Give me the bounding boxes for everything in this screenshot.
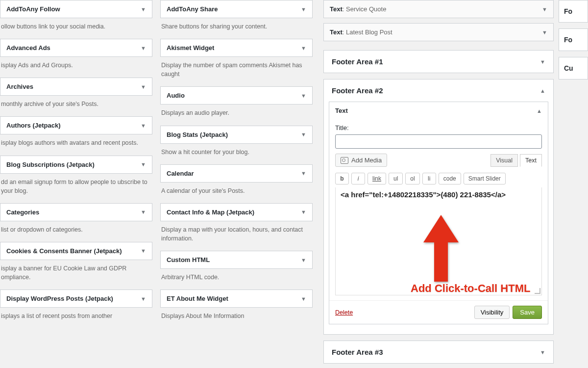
chevron-down-icon: ▼ — [540, 59, 545, 65]
available-widget[interactable]: Akismet Widget ▼ — [160, 39, 313, 57]
widget-title: AddToAny Follow — [6, 5, 60, 13]
widget-title: Custom HTML — [167, 256, 210, 263]
widget-title: Display WordPress Posts (Jetpack) — [6, 295, 113, 302]
available-widget[interactable]: Cookies & Consents Banner (Jetpack) ▼ — [0, 242, 152, 260]
widget-description: isplay Ads and Ad Groups. — [0, 57, 152, 78]
visibility-button[interactable]: Visibility — [474, 306, 510, 319]
chevron-down-icon: ▼ — [301, 209, 306, 215]
toolbar-b-button[interactable]: b — [335, 173, 349, 184]
toolbar-link-button[interactable]: link — [368, 173, 386, 184]
widget-description: isplays a list of recent posts from anot… — [0, 308, 152, 328]
widget-description: Show a hit counter for your blog. — [160, 144, 313, 164]
add-media-button[interactable]: Add Media — [335, 154, 387, 167]
footer-area-2-panel[interactable]: Footer Area #2 ▲ Text ▲ Title: — [323, 79, 554, 335]
widget-title: Contact Info & Map (Jetpack) — [167, 209, 254, 216]
widget-description: dd an email signup form to allow people … — [0, 174, 152, 203]
sidebar-panel-partial[interactable]: Cu — [559, 57, 588, 79]
chevron-down-icon: ▼ — [141, 6, 146, 12]
chevron-down-icon: ▼ — [141, 45, 146, 51]
available-widget[interactable]: Blog Stats (Jetpack) ▼ — [160, 126, 313, 144]
widget-title: Calendar — [167, 170, 194, 177]
editor-textarea[interactable]: <a href="tel:+14802218335">(480) 221-883… — [335, 187, 542, 295]
text-tab[interactable]: Text — [520, 154, 542, 167]
chevron-down-icon: ▼ — [141, 248, 146, 254]
sidebar-panel-partial[interactable]: Fo — [559, 0, 588, 23]
widget-description: Share buttons for sharing your content. — [160, 18, 313, 39]
sidebar-panel-partial[interactable]: Fo — [559, 28, 588, 51]
available-widget[interactable]: Contact Info & Map (Jetpack) ▼ — [160, 203, 313, 221]
widget-description: isplay blogs authors with avatars and re… — [0, 134, 152, 155]
toolbar-ol-button[interactable]: ol — [405, 173, 419, 184]
available-widget[interactable]: Display WordPress Posts (Jetpack) ▼ — [0, 289, 152, 308]
delete-link[interactable]: Delete — [335, 309, 353, 316]
available-widget[interactable]: AddToAny Share ▼ — [160, 0, 313, 18]
title-input[interactable] — [335, 134, 542, 149]
collapsed-text-widget[interactable]: Text: Service Quote ▼ — [323, 0, 554, 18]
widget-description: A calendar of your site's Posts. — [160, 183, 313, 203]
widget-title: Authors (Jetpack) — [6, 122, 61, 129]
collapsed-text-widget[interactable]: Text: Latest Blog Post ▼ — [323, 23, 554, 41]
footer-area-1-panel[interactable]: Footer Area #1 ▼ — [323, 50, 554, 73]
chevron-down-icon: ▼ — [301, 131, 306, 137]
chevron-down-icon: ▼ — [301, 257, 306, 263]
chevron-down-icon: ▼ — [301, 45, 306, 51]
widget-description: monthly archive of your site's Posts. — [0, 96, 152, 116]
widget-title: Audio — [167, 92, 185, 99]
widget-title: Akismet Widget — [167, 44, 214, 52]
toolbar-ul-button[interactable]: ul — [389, 173, 403, 184]
widget-title: Archives — [6, 83, 33, 90]
widget-title: Cookies & Consents Banner (Jetpack) — [6, 247, 122, 255]
chevron-down-icon: ▼ — [141, 123, 146, 129]
available-widget[interactable]: Archives ▼ — [0, 78, 152, 96]
chevron-up-icon: ▲ — [540, 88, 545, 94]
widget-description: Arbitrary HTML code. — [160, 269, 313, 289]
available-widget[interactable]: Authors (Jetpack) ▼ — [0, 116, 152, 134]
visual-tab[interactable]: Visual — [490, 154, 518, 167]
chevron-down-icon: ▼ — [141, 296, 146, 302]
widget-title: Advanced Ads — [6, 44, 50, 52]
available-widget[interactable]: Categories ▼ — [0, 203, 152, 221]
chevron-down-icon: ▼ — [542, 6, 547, 12]
available-widget[interactable]: Advanced Ads ▼ — [0, 39, 152, 57]
editor-content: <a href="tel:+14802218335">(480) 221-883… — [341, 190, 506, 199]
toolbar-li-button[interactable]: li — [422, 173, 436, 184]
title-label: Title: — [335, 124, 542, 131]
footer-area-1-title: Footer Area #1 — [332, 57, 383, 66]
available-widget[interactable]: Audio ▼ — [160, 86, 313, 105]
widget-description: list or dropdown of categories. — [0, 221, 152, 242]
available-widget[interactable]: Custom HTML ▼ — [160, 251, 313, 269]
chevron-down-icon: ▼ — [141, 84, 146, 90]
widget-title: ET About Me Widget — [167, 295, 228, 302]
toolbar-Smart Slider-button[interactable]: Smart Slider — [464, 173, 506, 184]
chevron-down-icon: ▼ — [301, 170, 306, 176]
available-widget[interactable]: ET About Me Widget ▼ — [160, 289, 313, 308]
chevron-down-icon: ▼ — [141, 209, 146, 215]
available-widget[interactable]: Calendar ▼ — [160, 164, 313, 183]
widget-description: ollow buttons link to your social media. — [0, 18, 152, 39]
toolbar-i-button[interactable]: i — [351, 173, 365, 184]
text-widget-expanded: Text ▲ Title: Add Media — [329, 102, 548, 324]
chevron-up-icon: ▲ — [537, 108, 542, 114]
text-widget-type: Text — [335, 107, 348, 114]
widget-title: Blog Subscriptions (Jetpack) — [6, 161, 95, 168]
media-icon — [341, 157, 348, 164]
footer-area-3-panel[interactable]: Footer Area #3 ▼ — [323, 341, 554, 364]
available-widget[interactable]: AddToAny Follow ▼ — [0, 0, 152, 18]
widget-description: Display the number of spam comments Akis… — [160, 57, 313, 86]
widget-description: Display a map with your location, hours,… — [160, 221, 313, 251]
toolbar-code-button[interactable]: code — [439, 173, 461, 184]
widget-title: AddToAny Share — [167, 5, 218, 13]
chevron-down-icon: ▼ — [301, 296, 306, 302]
widget-description: isplay a banner for EU Cookie Law and GD… — [0, 260, 152, 289]
save-button[interactable]: Save — [513, 306, 542, 319]
footer-area-3-title: Footer Area #3 — [332, 348, 383, 356]
widget-title: Blog Stats (Jetpack) — [167, 131, 228, 138]
widget-title: Categories — [6, 209, 39, 216]
chevron-down-icon: ▼ — [301, 6, 306, 12]
chevron-down-icon: ▼ — [141, 161, 146, 167]
chevron-down-icon: ▼ — [540, 349, 545, 355]
available-widget[interactable]: Blog Subscriptions (Jetpack) ▼ — [0, 156, 152, 174]
text-widget-header[interactable]: Text ▲ — [329, 102, 548, 119]
footer-area-2-title: Footer Area #2 — [332, 86, 383, 95]
chevron-down-icon: ▼ — [301, 93, 306, 99]
